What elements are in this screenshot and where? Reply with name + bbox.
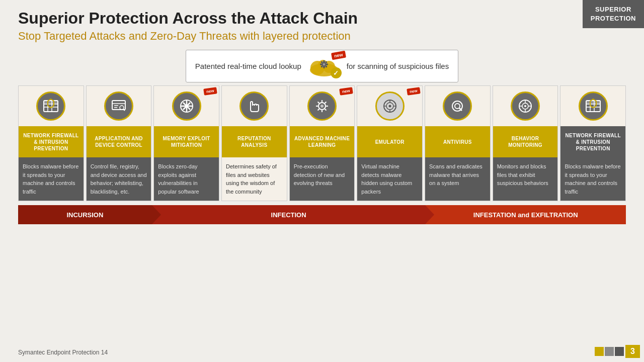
col-desc-1: Blocks malware before it spreads to your…: [19, 157, 84, 201]
col-title-3: MEMORY EXPLOIT MITIGATION: [154, 126, 219, 157]
icon-circle-4: [239, 92, 269, 121]
col-desc-5: Pre-execution detection of new and evolv…: [290, 157, 355, 201]
col-title-text-2: APPLICATION AND DEVICE CONTROL: [89, 135, 149, 148]
cloud-pre-text: Patented real-time cloud lookup: [195, 62, 301, 70]
svg-line-38: [318, 102, 319, 104]
svg-point-22: [120, 106, 124, 110]
col-title-text-6: EMULATOR: [375, 139, 405, 145]
col-icon-6: new: [357, 86, 422, 126]
col-icon-8: [493, 86, 558, 126]
cloud-lookup-bar: Patented real-time cloud lookup: [186, 50, 458, 82]
col-desc-text-1: Blocks malware before it spreads to your…: [23, 163, 78, 195]
attack-chain-bar: INCURSION INFECTION INFESTATION and EXFI…: [18, 205, 626, 224]
col-desc-8: Monitors and blocks files that exhibit s…: [493, 157, 558, 201]
col-title-6: EMULATOR: [357, 126, 422, 157]
svg-rect-9: [326, 64, 328, 65]
infection-arrow: [425, 205, 434, 224]
col-desc-text-7: Scans and eradicates malware that arrive…: [429, 163, 482, 186]
col-title-2: APPLICATION AND DEVICE CONTROL: [87, 126, 151, 157]
new-badge-3: new: [204, 87, 217, 95]
square-gray: [605, 347, 614, 356]
emulator-icon: [381, 98, 398, 115]
svg-point-33: [320, 105, 324, 108]
antivirus-icon: [449, 98, 466, 115]
protection-columns: NETWORK FIREWALL & INTRUSION PREVENTION …: [18, 85, 626, 201]
col-title-text-1: NETWORK FIREWALL & INTRUSION PREVENTION: [21, 132, 82, 152]
col-icon-5: new: [290, 86, 355, 126]
col-emulator: new EMULATOR Virtual mach: [357, 85, 423, 201]
col-network-firewall-1: NETWORK FIREWALL & INTRUSION PREVENTION …: [18, 85, 84, 201]
icon-circle-7: [443, 92, 472, 121]
col-network-firewall-2: NETWORK FIREWALL & INTRUSION PREVENTION …: [560, 85, 626, 201]
infestation-label: INFESTATION and EXFILTRATION: [473, 211, 578, 219]
square-dark: [615, 347, 624, 356]
col-title-text-9: NETWORK FIREWALL & INTRUSION PREVENTION: [562, 132, 623, 152]
icon-circle-9: [579, 92, 608, 121]
col-title-text-8: BEHAVIOR MONITORING: [495, 135, 556, 148]
new-badge-5: new: [339, 87, 353, 95]
col-desc-6: Virtual machine detects malware hidden u…: [357, 157, 422, 201]
main-content: Superior Protection Across the Attack Ch…: [0, 0, 644, 224]
col-title-text-3: MEMORY EXPLOIT MITIGATION: [156, 135, 217, 148]
col-title-text-4: REPUTATION ANALYSIS: [224, 135, 285, 148]
svg-rect-8: [320, 64, 322, 65]
cloud-new-badge: new: [331, 51, 346, 60]
col-title-7: ANTIVIRUS: [425, 126, 490, 157]
infestation-section: INFESTATION and EXFILTRATION: [425, 205, 626, 224]
icon-circle-8: [511, 92, 540, 121]
icon-circle-2: [104, 92, 133, 121]
col-icon-4: [222, 86, 287, 126]
page-number: 3: [625, 345, 640, 358]
svg-point-5: [323, 63, 325, 66]
badge-line2: PROTECTION: [591, 15, 636, 22]
col-desc-text-3: Blocks zero-day exploits against vulnera…: [158, 163, 199, 195]
footer-label: Symantec Endpoint Protection 14: [18, 349, 108, 356]
col-desc-2: Control file, registry, and device acces…: [87, 157, 151, 201]
col-icon-7: [425, 86, 490, 126]
new-badge-6: new: [407, 87, 421, 95]
svg-point-44: [388, 105, 391, 108]
col-title-text-5: ADVANCED MACHINE LEARNING: [292, 135, 353, 148]
col-desc-7: Scans and eradicates malware that arrive…: [425, 157, 490, 201]
col-antivirus: ANTIVIRUS Scans and eradicates malware t…: [425, 85, 491, 201]
col-desc-text-6: Virtual machine detects malware hidden u…: [361, 163, 412, 195]
col-title-9: NETWORK FIREWALL & INTRUSION PREVENTION: [560, 126, 625, 157]
col-reputation: REPUTATION ANALYSIS Determines safety of…: [221, 85, 287, 201]
footer-text: Symantec Endpoint Protection 14: [18, 349, 108, 356]
svg-line-40: [325, 102, 327, 104]
col-title-text-7: ANTIVIRUS: [443, 139, 472, 145]
page-title: Superior Protection Across the Attack Ch…: [18, 9, 626, 28]
app-device-icon: [110, 98, 127, 115]
icon-circle-1: [36, 92, 65, 121]
svg-line-41: [318, 109, 319, 111]
col-desc-4: Determines safety of files and websites …: [222, 157, 287, 201]
col-desc-text-4: Determines safety of files and websites …: [226, 163, 277, 195]
machine-learning-icon: [313, 98, 331, 115]
col-adv-ml: new: [289, 85, 355, 201]
superior-badge: SUPERIOR PROTECTION: [583, 0, 644, 28]
svg-point-58: [524, 105, 526, 107]
infection-label: INFECTION: [271, 211, 306, 219]
col-icon-2: [87, 86, 151, 126]
firewall-icon: [42, 98, 59, 115]
col-memory-exploit: new MEMORY EXPLOIT MITIGATION Blocks zer…: [153, 85, 219, 201]
icon-circle-5: [307, 92, 337, 121]
col-desc-text-5: Pre-execution detection of new and evolv…: [294, 163, 345, 186]
badge-line1: SUPERIOR: [595, 6, 631, 13]
square-gold: [595, 347, 604, 356]
col-desc-text-2: Control file, registry, and device acces…: [91, 163, 147, 195]
cloud-icon-area: ✓ new: [306, 54, 342, 78]
incursion-section: INCURSION: [18, 205, 152, 224]
col-icon-1: [19, 86, 84, 126]
col-desc-text-8: Monitors and blocks files that exhibit s…: [497, 163, 548, 186]
col-app-device: APPLICATION AND DEVICE CONTROL Control f…: [86, 85, 152, 201]
col-desc-text-9: Blocks malware before it spreads to your…: [565, 163, 620, 195]
icon-circle-6: [375, 92, 405, 121]
svg-rect-15: [44, 101, 58, 104]
footer-squares: [595, 347, 624, 356]
icon-circle-3: [172, 92, 201, 121]
col-desc-9: Blocks malware before it spreads to your…: [560, 157, 625, 201]
memory-exploit-icon: [178, 98, 195, 115]
col-behavior: BEHAVIOR MONITORING Monitors and blocks …: [493, 85, 558, 201]
infection-section: INFECTION: [152, 205, 426, 224]
